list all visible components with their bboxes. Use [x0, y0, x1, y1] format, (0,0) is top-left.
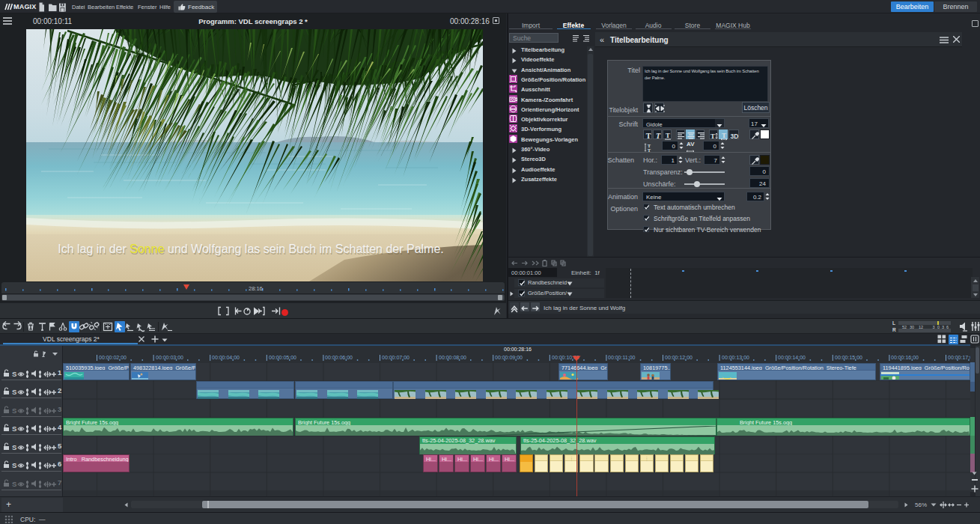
svg-text:00:00:05:00: 00:00:05:00 — [269, 355, 296, 360]
svg-text:T: T — [722, 132, 726, 139]
svg-text:Ich lag in der Sonne und Wolfg: Ich lag in der Sonne und Wolfgang las se… — [58, 243, 444, 255]
svg-text:00:00:11:00: 00:00:11:00 — [608, 355, 636, 360]
svg-text:52: 52 — [902, 325, 907, 329]
svg-text:S: S — [12, 424, 16, 433]
svg-text:00:00:14:00: 00:00:14:00 — [778, 355, 806, 360]
svg-text:6: 6 — [946, 325, 949, 329]
svg-text:00:00:09:00: 00:00:09:00 — [495, 355, 523, 360]
svg-text:00:00:08:00: 00:00:08:00 — [439, 355, 466, 360]
svg-text:S: S — [12, 388, 16, 396]
svg-text:3: 3 — [932, 325, 934, 329]
svg-text:T: T — [666, 132, 670, 139]
svg-text:3: 3 — [942, 325, 944, 329]
svg-text:T: T — [648, 147, 651, 152]
svg-text:00:00:12:00: 00:00:12:00 — [665, 355, 693, 360]
svg-text:S: S — [12, 370, 16, 378]
svg-text:00:00:16:00: 00:00:16:00 — [891, 355, 919, 360]
svg-text:00:00:13:00: 00:00:13:00 — [722, 355, 749, 360]
svg-text:S: S — [12, 443, 16, 451]
svg-text:3D: 3D — [731, 132, 739, 140]
svg-text:0: 0 — [937, 325, 940, 329]
svg-text:00:00:07:00: 00:00:07:00 — [382, 355, 410, 360]
svg-text:30: 30 — [910, 325, 914, 329]
svg-text:S: S — [12, 406, 16, 415]
svg-text:S: S — [12, 461, 16, 469]
svg-text:00:00:15:00: 00:00:15:00 — [835, 355, 862, 360]
svg-text:00:00:03:00: 00:00:03:00 — [156, 355, 183, 360]
svg-text:28:16: 28:16 — [249, 285, 263, 292]
svg-text:T: T — [710, 132, 715, 140]
svg-text:00:00:06:00: 00:00:06:00 — [325, 355, 353, 360]
svg-text:00:00:17:0: 00:00:17:0 — [948, 355, 970, 360]
svg-text:T: T — [646, 132, 651, 140]
svg-text:00:00:02:00: 00:00:02:00 — [99, 355, 127, 360]
svg-text:T: T — [656, 132, 661, 140]
svg-text:00:00:04:00: 00:00:04:00 — [212, 355, 240, 360]
svg-text:12: 12 — [919, 325, 923, 329]
svg-text:S: S — [12, 480, 16, 488]
